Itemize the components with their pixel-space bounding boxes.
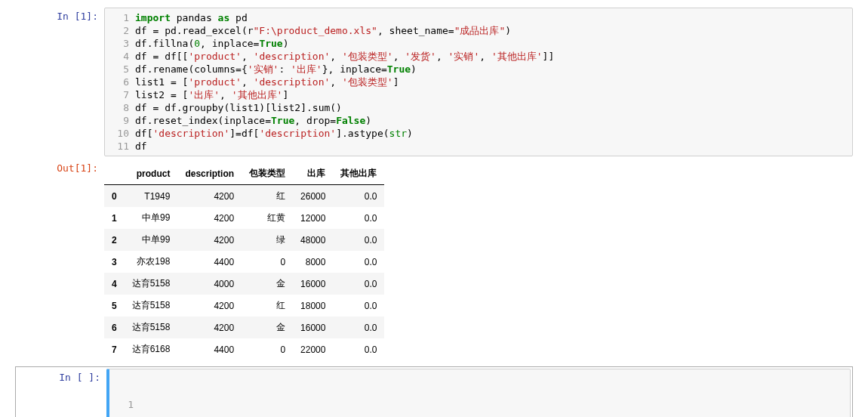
- table-cell: 金: [242, 273, 293, 295]
- table-cell: 中单99: [125, 207, 178, 229]
- row-index: 7: [104, 338, 125, 360]
- gutter-line: 6: [105, 76, 135, 88]
- table-cell: 4200: [177, 317, 242, 338]
- gutter-line: 9: [105, 114, 135, 127]
- table-cell: 0.0: [333, 317, 384, 338]
- table-cell: 4000: [177, 273, 242, 295]
- code-cell-1: In [1]: 1import pandas as pd2df = pd.rea…: [15, 8, 853, 156]
- table-cell: 4400: [177, 338, 242, 360]
- gutter-line: 11: [105, 140, 135, 153]
- code-line: df: [135, 140, 852, 153]
- output-area-1: productdescription包装类型出库其他出库 0T19494200红…: [104, 159, 853, 363]
- table-cell: 18000: [293, 295, 333, 317]
- gutter-line: 8: [105, 101, 135, 114]
- table-cell: 16000: [293, 273, 333, 295]
- table-cell: 26000: [293, 185, 333, 208]
- gutter-line: 3: [105, 37, 135, 50]
- table-row: 7达育616844000220000.0: [104, 338, 384, 360]
- table-cell: 达育5158: [125, 317, 178, 338]
- table-cell: T1949: [125, 185, 178, 208]
- code-line: import pandas as pd: [135, 11, 852, 24]
- table-row: 5达育51584200红180000.0: [104, 295, 384, 317]
- table-cell: 0.0: [333, 251, 384, 273]
- dataframe-table: productdescription包装类型出库其他出库 0T19494200红…: [104, 162, 384, 360]
- table-row: 4达育51584000金160000.0: [104, 273, 384, 295]
- table-cell: 金: [242, 317, 293, 338]
- code-line: df.reset_index(inplace=True, drop=False): [135, 114, 852, 127]
- table-cell: 红黄: [242, 207, 293, 229]
- in-prompt-empty: In [ ]:: [17, 369, 106, 417]
- code-line: df['description']=df['description'].asty…: [135, 127, 852, 140]
- table-cell: 红: [242, 185, 293, 208]
- table-cell: 中单99: [125, 229, 178, 251]
- code-line: df = df[['product', 'description', '包装类型…: [135, 50, 852, 63]
- table-cell: 0.0: [333, 338, 384, 360]
- gutter-line: 10: [105, 127, 135, 140]
- table-header: 包装类型: [242, 162, 293, 185]
- gutter-line: 1: [109, 398, 140, 411]
- code-line: df.fillna(0, inplace=True): [135, 37, 852, 50]
- code-line: df.rename(columns={'实销': '出库'}, inplace=…: [135, 63, 852, 76]
- gutter-line: 1: [105, 11, 135, 24]
- code-input-empty[interactable]: 1: [106, 369, 851, 417]
- table-cell: 8000: [293, 251, 333, 273]
- code-line: df = df.groupby(list1)[list2].sum(): [135, 101, 852, 114]
- in-prompt-1: In [1]:: [15, 8, 104, 156]
- table-cell: 48000: [293, 229, 333, 251]
- table-cell: 达育5158: [125, 273, 178, 295]
- code-input-1[interactable]: 1import pandas as pd2df = pd.read_excel(…: [104, 8, 853, 156]
- code-line: list1 = ['product', 'description', '包装类型…: [135, 76, 852, 88]
- out-prompt-1: Out[1]:: [15, 159, 104, 363]
- table-cell: 达育5158: [125, 295, 178, 317]
- row-index: 6: [104, 317, 125, 338]
- table-header: 其他出库: [333, 162, 384, 185]
- row-index: 4: [104, 273, 125, 295]
- table-row: 6达育51584200金160000.0: [104, 317, 384, 338]
- table-cell: 4200: [177, 207, 242, 229]
- table-cell: 0: [242, 251, 293, 273]
- table-cell: 0: [242, 338, 293, 360]
- row-index: 0: [104, 185, 125, 208]
- table-cell: 4200: [177, 295, 242, 317]
- table-cell: 4200: [177, 229, 242, 251]
- code-line: list2 = ['出库', '其他出库']: [135, 88, 852, 101]
- table-cell: 达育6168: [125, 338, 178, 360]
- table-cell: 16000: [293, 317, 333, 338]
- table-cell: 12000: [293, 207, 333, 229]
- table-cell: 0.0: [333, 273, 384, 295]
- table-cell: 22000: [293, 338, 333, 360]
- table-cell: 0.0: [333, 185, 384, 208]
- table-cell: 亦农198: [125, 251, 178, 273]
- gutter-line: 4: [105, 50, 135, 63]
- table-row: 2中单994200绿480000.0: [104, 229, 384, 251]
- gutter-line: 2: [105, 24, 135, 37]
- gutter-line: 5: [105, 63, 135, 76]
- code-line: df = pd.read_excel(r"F:\product_demo.xls…: [135, 24, 852, 37]
- table-cell: 绿: [242, 229, 293, 251]
- table-header: [104, 162, 125, 185]
- table-header: description: [177, 162, 242, 185]
- row-index: 5: [104, 295, 125, 317]
- output-cell-1: Out[1]: productdescription包装类型出库其他出库 0T1…: [15, 159, 853, 363]
- table-row: 1中单994200红黄120000.0: [104, 207, 384, 229]
- code-cell-empty: In [ ]: 1: [15, 366, 853, 417]
- table-cell: 红: [242, 295, 293, 317]
- table-cell: 4400: [177, 251, 242, 273]
- table-row: 0T19494200红260000.0: [104, 185, 384, 208]
- table-cell: 0.0: [333, 207, 384, 229]
- gutter-line: 7: [105, 88, 135, 101]
- row-index: 2: [104, 229, 125, 251]
- table-cell: 4200: [177, 185, 242, 208]
- table-row: 3亦农1984400080000.0: [104, 251, 384, 273]
- row-index: 1: [104, 207, 125, 229]
- table-header: product: [125, 162, 178, 185]
- table-header: 出库: [293, 162, 333, 185]
- row-index: 3: [104, 251, 125, 273]
- table-cell: 0.0: [333, 229, 384, 251]
- table-cell: 0.0: [333, 295, 384, 317]
